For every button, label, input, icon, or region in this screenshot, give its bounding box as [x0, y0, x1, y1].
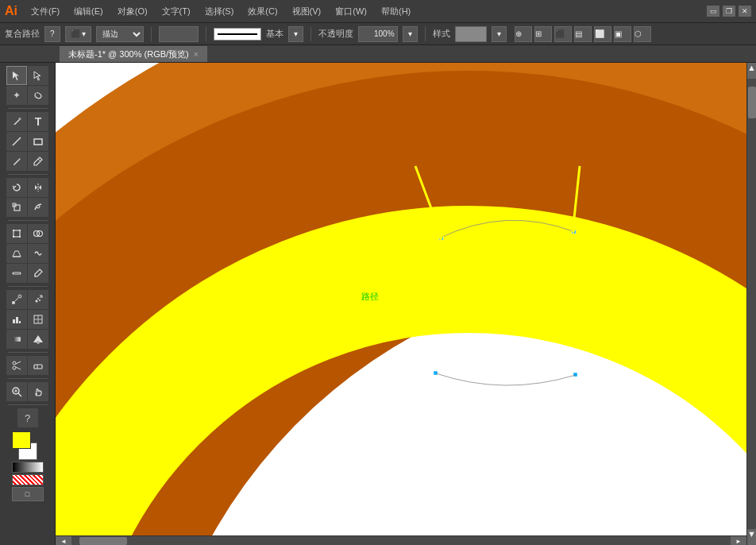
opacity-input[interactable]	[358, 26, 398, 42]
perspective-tool[interactable]	[6, 244, 27, 263]
menu-edit[interactable]: 编辑(E)	[70, 4, 107, 19]
rotate-tool[interactable]	[6, 178, 27, 197]
icon-btn-3[interactable]: ⬛	[554, 26, 572, 42]
scrollbar-thumb[interactable]	[748, 87, 756, 118]
scrollbar-left[interactable]: ◄	[56, 536, 71, 545]
tool-row-help: ?	[17, 408, 38, 427]
menu-view[interactable]: 视图(V)	[288, 4, 326, 19]
stroke-line	[218, 33, 257, 35]
line-tool[interactable]	[6, 132, 27, 151]
svg-point-16	[35, 276, 37, 277]
graph-tool[interactable]	[6, 310, 27, 329]
hand-tool[interactable]	[28, 382, 48, 401]
shape-options-button[interactable]: ⬛ ▾	[65, 26, 91, 42]
icon-btn-1[interactable]: ⊕	[515, 26, 532, 42]
icon-btn-5[interactable]: ⬜	[594, 26, 611, 42]
menu-text[interactable]: 文字(T)	[158, 4, 195, 19]
scale-tool[interactable]	[6, 198, 27, 217]
svg-point-0	[19, 118, 21, 120]
icon-btn-7[interactable]: ⬡	[634, 26, 651, 42]
foreground-color-swatch[interactable]	[12, 431, 31, 449]
canvas-area[interactable]: 路径 ▲ ▼ ◄ ►	[56, 63, 756, 545]
svg-rect-11	[13, 236, 14, 238]
horizontal-scrollbar[interactable]: ◄ ►	[56, 535, 746, 545]
opacity-dropdown[interactable]: ▾	[403, 26, 418, 42]
tab-title: 未标题-1* @ 300% (RGB/预览)	[68, 48, 189, 60]
pen-tool[interactable]	[6, 112, 27, 131]
eraser-tool[interactable]	[28, 356, 48, 375]
svg-point-18	[18, 295, 21, 298]
paintbrush-tool[interactable]	[6, 152, 27, 171]
menu-help[interactable]: 帮助(H)	[377, 4, 415, 19]
scrollbar-down[interactable]: ▼	[747, 529, 756, 545]
stroke-weight-input[interactable]	[159, 26, 199, 42]
lasso-tool[interactable]	[28, 86, 48, 105]
win-minimize[interactable]: ▭	[707, 6, 719, 17]
gradient-swatch[interactable]	[12, 462, 44, 473]
canvas-tab[interactable]: 未标题-1* @ 300% (RGB/预览) ×	[60, 46, 207, 62]
svg-point-21	[37, 298, 39, 300]
reflect-tool[interactable]	[28, 178, 48, 197]
free-transform-tool[interactable]	[6, 224, 27, 243]
svg-rect-8	[14, 230, 20, 237]
title-bar: Ai 文件(F) 编辑(E) 对象(O) 文字(T) 选择(S) 效果(C) 视…	[0, 0, 756, 23]
scrollbar-up[interactable]: ▲	[747, 63, 756, 79]
tool-row-1	[6, 66, 48, 85]
type-tool[interactable]: T	[28, 112, 48, 131]
icon-btn-4[interactable]: ▤	[574, 26, 592, 42]
menu-effect[interactable]: 效果(C)	[244, 4, 281, 19]
zoom-tool[interactable]	[6, 382, 27, 401]
tool-sep-3	[8, 220, 48, 221]
scissors-tool[interactable]	[6, 356, 27, 375]
path-label-text: 路径	[361, 292, 379, 301]
gradient-tool[interactable]	[6, 330, 27, 349]
svg-rect-9	[13, 230, 14, 231]
live-paint-tool[interactable]	[28, 330, 48, 349]
mesh-tool[interactable]	[28, 310, 48, 329]
h-scrollbar-thumb[interactable]	[79, 537, 127, 545]
icon-btn-6[interactable]: ▣	[614, 26, 631, 42]
tool-row-7	[6, 198, 48, 217]
menu-select[interactable]: 选择(S)	[201, 4, 238, 19]
window-buttons: ▭ ❐ ✕	[707, 6, 751, 17]
tool-row-11	[6, 290, 48, 309]
eyedropper-tool[interactable]	[28, 264, 48, 283]
reshape-tool[interactable]	[28, 198, 48, 217]
svg-line-34	[16, 367, 21, 369]
toolbar: ✦ T	[0, 63, 56, 545]
style-label: 样式	[433, 28, 450, 40]
warp-tool[interactable]	[28, 244, 48, 263]
scrollbar-right[interactable]: ►	[731, 536, 746, 545]
icon-btn-2[interactable]: ⊞	[534, 26, 552, 42]
win-close[interactable]: ✕	[739, 6, 751, 17]
menu-object[interactable]: 对象(O)	[114, 4, 152, 19]
style-dropdown[interactable]: ▾	[492, 26, 507, 42]
stroke-select[interactable]: 描边	[96, 26, 144, 42]
screen-mode-button[interactable]: □	[12, 487, 44, 501]
none-swatch[interactable]	[12, 474, 44, 485]
question-button[interactable]: ?	[44, 26, 60, 42]
style-preview[interactable]	[455, 26, 487, 42]
win-arrange[interactable]: ❐	[723, 6, 735, 17]
svg-line-3	[38, 159, 40, 161]
stroke-preview[interactable]	[214, 28, 261, 41]
width-tool[interactable]	[6, 264, 27, 283]
pencil-tool[interactable]	[28, 152, 48, 171]
magic-wand-tool[interactable]: ✦	[6, 86, 27, 105]
menu-window[interactable]: 窗口(W)	[331, 4, 371, 19]
symbol-spray-tool[interactable]	[28, 290, 48, 309]
tab-close-button[interactable]: ×	[194, 50, 199, 59]
help-tool[interactable]: ?	[17, 408, 38, 427]
stroke-dropdown[interactable]: ▾	[288, 26, 303, 42]
shape-builder-tool[interactable]	[28, 224, 48, 243]
vertical-scrollbar[interactable]: ▲ ▼	[746, 63, 756, 545]
svg-rect-29	[13, 337, 21, 342]
rectangle-tool[interactable]	[28, 132, 48, 151]
svg-point-31	[13, 361, 16, 365]
blend-tool[interactable]	[6, 290, 27, 309]
menu-file[interactable]: 文件(F)	[27, 4, 64, 19]
svg-rect-23	[13, 319, 15, 323]
tab-bar: 未标题-1* @ 300% (RGB/预览) ×	[0, 45, 756, 63]
selection-tool[interactable]	[6, 66, 27, 85]
direct-select-tool[interactable]	[28, 66, 48, 85]
